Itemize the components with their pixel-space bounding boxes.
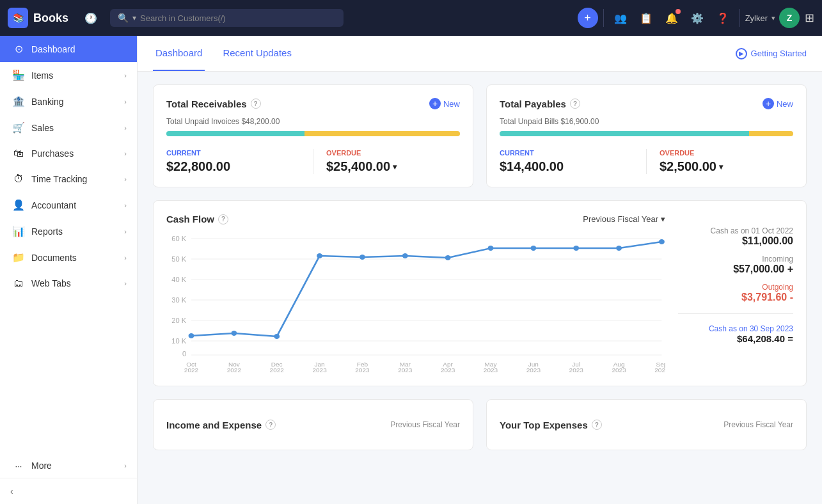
accountant-icon: 👤	[12, 199, 25, 211]
summary-cards-row: Total Receivables ? + New Total Unpaid I…	[153, 84, 807, 187]
payables-current-bar	[500, 131, 749, 136]
sidebar: ⊙ Dashboard 🏪 Items › 🏦 Banking › 🛒 Sale…	[0, 36, 138, 504]
documents-chevron-icon: ›	[124, 254, 127, 262]
sales-icon: 🛒	[12, 122, 25, 134]
top-expenses-period: Previous Fiscal Year	[723, 420, 793, 429]
receivables-subtitle: Total Unpaid Invoices $48,200.00	[166, 117, 460, 126]
svg-point-20	[445, 255, 451, 260]
overdue-dropdown-icon[interactable]: ▾	[393, 162, 397, 171]
dashboard-icon: ⊙	[12, 43, 25, 55]
reports-chevron-icon: ›	[124, 228, 127, 235]
sidebar-item-label: Accountant	[31, 200, 118, 210]
purchases-chevron-icon: ›	[124, 150, 127, 157]
webtabs-icon: 🗂	[12, 278, 25, 289]
svg-point-14	[189, 333, 194, 338]
app-grid-icon[interactable]: ⊞	[805, 11, 814, 25]
getting-started-icon: ▶	[736, 48, 747, 59]
search-input[interactable]	[140, 13, 336, 23]
getting-started-link[interactable]: ▶ Getting Started	[736, 48, 807, 59]
svg-text:2023: 2023	[569, 366, 583, 373]
svg-text:40 K: 40 K	[171, 276, 186, 283]
sidebar-item-webtabs[interactable]: 🗂 Web Tabs ›	[0, 271, 137, 296]
cashflow-header: Cash Flow ? Previous Fiscal Year ▾	[166, 214, 665, 224]
brand-name: Books	[33, 12, 68, 25]
nav-actions: + 👥 📋 🔔 ⚙️ ❓ Zylker ▾ Z ⊞	[578, 6, 814, 29]
income-expense-card: Income and Expense ? Previous Fiscal Yea…	[153, 399, 473, 450]
incoming-label: Incoming	[678, 255, 793, 264]
top-expenses-title: Your Top Expenses ?	[500, 420, 602, 430]
content-tabs: Dashboard Recent Updates ▶ Getting Start…	[138, 36, 822, 72]
receivables-amounts: CURRENT $22,800.00 OVERDUE $25,400.00 ▾	[166, 149, 460, 174]
sidebar-item-label: Reports	[31, 226, 118, 237]
sidebar-item-timetracking[interactable]: ⏱ Time Tracking ›	[0, 166, 137, 192]
outgoing-label: Outgoing	[678, 283, 793, 292]
cashflow-help-icon[interactable]: ?	[218, 214, 228, 224]
cashflow-period-selector[interactable]: Previous Fiscal Year ▾	[583, 214, 665, 224]
cash-start-block: Cash as on 01 Oct 2022 $11,000.00	[678, 226, 793, 247]
receivables-progress-bar	[166, 131, 460, 136]
receivables-new-label: New	[443, 99, 460, 109]
main-content: Dashboard Recent Updates ▶ Getting Start…	[138, 36, 822, 504]
sidebar-item-sales[interactable]: 🛒 Sales ›	[0, 114, 137, 141]
purchases-icon: 🛍	[12, 148, 25, 159]
sidebar-item-label: Documents	[31, 253, 118, 263]
svg-text:2023: 2023	[612, 366, 626, 373]
sidebar-item-label: Banking	[31, 97, 118, 107]
items-chevron-icon: ›	[124, 72, 127, 79]
receivables-overdue-label: OVERDUE	[326, 149, 460, 157]
sidebar-item-documents[interactable]: 📁 Documents ›	[0, 244, 137, 271]
cash-end-block: Cash as on 30 Sep 2023 $64,208.40 =	[678, 324, 793, 344]
receivables-card: Total Receivables ? + New Total Unpaid I…	[153, 84, 473, 187]
top-expenses-help-icon[interactable]: ?	[592, 420, 602, 430]
cash-start-value: $11,000.00	[678, 235, 793, 247]
income-expense-help-icon[interactable]: ?	[265, 420, 276, 430]
period-dropdown-icon: ▾	[661, 214, 665, 224]
sidebar-item-items[interactable]: 🏪 Items ›	[0, 62, 137, 88]
help-icon[interactable]: ❓	[711, 6, 734, 29]
search-icon: 🔍	[118, 13, 129, 23]
contacts-icon[interactable]: 👥	[609, 6, 632, 29]
receivables-current-bar	[166, 131, 304, 136]
dashboard-body: Total Receivables ? + New Total Unpaid I…	[138, 72, 822, 463]
sidebar-item-accountant[interactable]: 👤 Accountant ›	[0, 192, 137, 218]
tab-recent-updates[interactable]: Recent Updates	[220, 36, 294, 71]
sidebar-item-dashboard[interactable]: ⊙ Dashboard	[0, 36, 137, 62]
receivables-overdue-value: $25,400.00 ▾	[326, 159, 460, 174]
payables-overdue-dropdown-icon[interactable]: ▾	[719, 162, 723, 171]
payables-amounts: CURRENT $14,400.00 OVERDUE $2,500.00 ▾	[500, 149, 793, 174]
payables-amount-divider	[646, 149, 647, 174]
svg-point-23	[573, 246, 579, 251]
receivables-overdue-bar	[304, 131, 460, 136]
cashflow-card: Cash Flow ? Previous Fiscal Year ▾ 60 K	[153, 200, 807, 386]
sidebar-item-reports[interactable]: 📊 Reports ›	[0, 218, 137, 244]
receivables-help-icon[interactable]: ?	[251, 98, 261, 109]
sidebar-item-more[interactable]: ··· More ›	[0, 453, 137, 478]
payables-card-header: Total Payables ? + New	[500, 98, 793, 109]
receivables-new-button[interactable]: + New	[429, 98, 460, 109]
svg-text:20 K: 20 K	[171, 317, 186, 324]
user-name: Zylker	[745, 13, 768, 23]
payables-help-icon[interactable]: ?	[570, 98, 580, 109]
user-section[interactable]: Zylker ▾ Z	[745, 8, 800, 28]
svg-point-19	[402, 253, 408, 258]
notifications-icon[interactable]: 🔔	[660, 6, 683, 29]
svg-point-24	[616, 246, 622, 251]
outgoing-block: Outgoing $3,791.60 -	[678, 283, 793, 303]
search-bar[interactable]: 🔍 ▾	[110, 9, 344, 27]
payables-current-value: $14,400.00	[500, 159, 633, 174]
tab-dashboard[interactable]: Dashboard	[153, 36, 205, 71]
clock-icon[interactable]: 🕐	[79, 6, 102, 29]
sidebar-item-banking[interactable]: 🏦 Banking ›	[0, 88, 137, 114]
clipboard-icon[interactable]: 📋	[635, 6, 658, 29]
search-dropdown-arrow[interactable]: ▾	[132, 13, 136, 22]
cash-start-label: Cash as on 01 Oct 2022	[678, 226, 793, 235]
items-icon: 🏪	[12, 69, 25, 81]
settings-icon[interactable]: ⚙️	[686, 6, 709, 29]
getting-started-label: Getting Started	[751, 49, 807, 58]
add-button[interactable]: +	[578, 8, 598, 28]
cashflow-title: Cash Flow ?	[166, 214, 228, 224]
payables-new-button[interactable]: + New	[763, 98, 793, 109]
sidebar-item-purchases[interactable]: 🛍 Purchases ›	[0, 141, 137, 166]
svg-text:0: 0	[182, 350, 186, 358]
sidebar-collapse-button[interactable]: ‹	[0, 478, 137, 504]
